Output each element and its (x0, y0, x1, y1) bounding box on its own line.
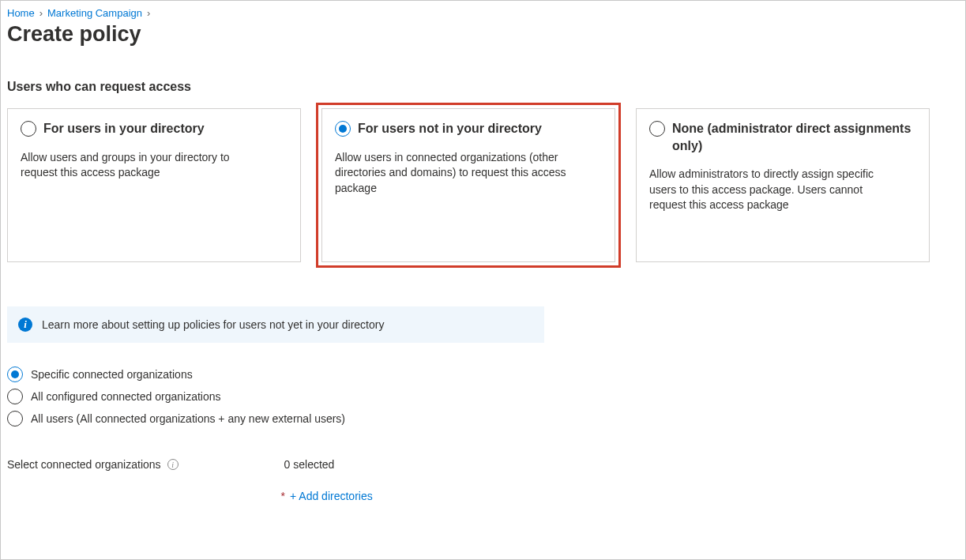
card-description: Allow users in connected organizations (… (335, 150, 572, 197)
info-banner-text: Learn more about setting up policies for… (42, 318, 384, 331)
breadcrumb-marketing-campaign[interactable]: Marketing Campaign (47, 7, 142, 19)
card-users-not-in-directory[interactable]: For users not in your directory Allow us… (321, 108, 615, 262)
select-connected-orgs-row: Select connected organizations i 0 selec… (7, 458, 965, 502)
radio-icon[interactable] (21, 121, 36, 137)
radio-icon[interactable] (649, 121, 665, 137)
card-users-in-directory[interactable]: For users in your directory Allow users … (7, 108, 301, 262)
radio-label: All users (All connected organizations +… (31, 412, 345, 425)
card-description: Allow administrators to directly assign … (649, 167, 886, 213)
select-connected-orgs-label: Select connected organizations i (7, 458, 179, 471)
breadcrumb-home[interactable]: Home (7, 7, 35, 19)
radio-all-users[interactable]: All users (All connected organizations +… (7, 411, 965, 427)
chevron-right-icon: › (39, 7, 43, 19)
card-none-admin-only[interactable]: None (administrator direct assignments o… (636, 108, 930, 262)
section-heading-users: Users who can request access (7, 80, 965, 94)
radio-icon (7, 389, 23, 404)
card-title: For users in your directory (43, 120, 205, 137)
radio-icon[interactable] (335, 121, 351, 137)
label-text: Select connected organizations (7, 458, 161, 471)
chevron-right-icon: › (147, 7, 150, 19)
selected-count: 0 selected (281, 458, 373, 471)
scope-radio-group: Specific connected organizations All con… (7, 366, 965, 427)
radio-specific-connected-orgs[interactable]: Specific connected organizations (7, 366, 965, 382)
info-banner[interactable]: i Learn more about setting up policies f… (7, 306, 544, 343)
radio-icon (7, 411, 23, 427)
card-title: None (administrator direct assignments o… (672, 120, 916, 154)
breadcrumb: Home › Marketing Campaign › (7, 7, 965, 19)
required-asterisk: * (281, 490, 285, 502)
card-description: Allow users and groups in your directory… (21, 150, 257, 181)
radio-icon (7, 366, 23, 382)
info-icon[interactable]: i (167, 459, 179, 470)
card-title: For users not in your directory (358, 120, 542, 137)
add-directories-link[interactable]: + Add directories (290, 490, 373, 502)
request-access-cards: For users in your directory Allow users … (7, 108, 965, 262)
radio-all-configured-orgs[interactable]: All configured connected organizations (7, 389, 965, 404)
radio-label: All configured connected organizations (31, 390, 221, 403)
info-icon: i (18, 318, 32, 332)
page-title: Create policy (7, 22, 965, 47)
radio-label: Specific connected organizations (31, 368, 193, 381)
